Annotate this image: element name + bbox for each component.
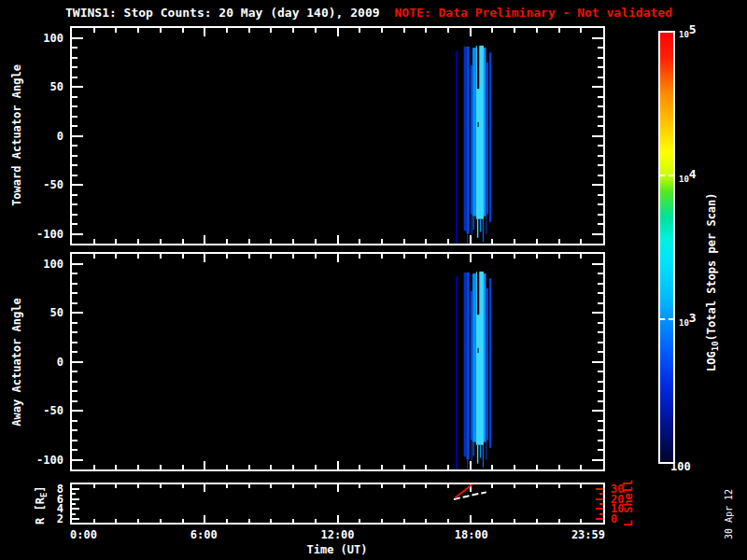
x-tick: [204, 461, 205, 469]
y-tick: [592, 233, 603, 235]
x-tick: [337, 235, 339, 244]
y-tick: [598, 292, 603, 294]
x-tick: [337, 28, 339, 36]
y-tick: [592, 361, 603, 363]
x-tick: [403, 254, 405, 259]
x-tick: [359, 254, 360, 259]
y-tick: [72, 37, 83, 39]
x-tick-label: 18:00: [444, 528, 500, 541]
y-tick: [598, 331, 603, 333]
y-tick: [72, 77, 78, 78]
x-tick: [204, 254, 205, 262]
x-tick: [315, 28, 317, 33]
y-tick: [72, 342, 78, 343]
x-tick: [137, 239, 139, 244]
y-tick: [598, 203, 603, 205]
y-tick: [72, 273, 78, 274]
data-stripe: [489, 52, 491, 222]
y-tick: [72, 203, 78, 205]
y-tick-label: 0: [19, 130, 63, 143]
y-tick-label: 100: [19, 32, 63, 45]
x-tick: [359, 239, 360, 244]
x-tick: [425, 28, 427, 33]
y-tick: [598, 322, 603, 324]
datestamp: 30 Apr 12: [723, 477, 736, 552]
x-tick: [470, 254, 472, 262]
x-tick: [558, 239, 560, 244]
data-stripe: [484, 273, 486, 442]
data-stripe: [456, 276, 458, 469]
x-axis-title: Time (UT): [244, 543, 430, 556]
y-tick-label: 0: [19, 356, 63, 369]
y-tick: [72, 125, 78, 127]
x-tick: [447, 465, 449, 469]
x-tick-label: 0:00: [70, 528, 126, 541]
x-tick: [270, 254, 272, 259]
x-tick: [470, 28, 472, 36]
x-tick: [514, 254, 515, 259]
colorbar-label: LOG10(Total Stops per Scan): [705, 128, 722, 436]
y-tick: [72, 47, 78, 49]
y-tick: [72, 331, 78, 333]
x-tick: [359, 465, 360, 469]
data-notch: [471, 49, 472, 65]
x-tick: [381, 465, 383, 469]
colorbar: [658, 31, 675, 464]
x-tick: [403, 239, 405, 244]
y-tick: [592, 184, 603, 186]
x-tick: [292, 239, 294, 244]
x-tick: [93, 28, 95, 33]
y-tick: [592, 37, 603, 39]
lshell-tick-label: 0: [611, 512, 639, 525]
x-tick: [292, 465, 294, 469]
data-stripe: [484, 48, 486, 217]
y-tick: [72, 283, 78, 285]
y-tick: [598, 351, 603, 353]
x-tick: [580, 254, 582, 259]
colorbar-tick-dash: [660, 318, 673, 320]
x-tick: [514, 239, 515, 244]
cbar-label-pre: LOG: [705, 351, 718, 371]
y-tick: [598, 125, 603, 127]
spectrogram-data: [72, 28, 603, 244]
x-tick: [425, 465, 427, 469]
y-tick: [598, 429, 603, 431]
y-tick-label: 50: [19, 80, 63, 93]
y-tick: [598, 155, 603, 157]
y-tick: [598, 116, 603, 118]
x-tick: [491, 254, 493, 259]
y-tick: [72, 322, 78, 324]
x-tick: [447, 28, 449, 33]
y-tick: [598, 175, 603, 176]
x-tick: [270, 239, 272, 244]
y-tick: [72, 105, 78, 107]
y-tick: [72, 459, 83, 461]
x-tick: [447, 254, 449, 259]
y-tick: [72, 302, 78, 304]
y-tick: [72, 164, 78, 166]
x-tick: [403, 28, 405, 33]
y-tick: [598, 381, 603, 383]
x-tick: [115, 28, 117, 33]
colorbar-tick-label: 103: [679, 312, 697, 329]
y-tick: [72, 390, 78, 392]
data-stripe: [472, 273, 476, 442]
x-tick: [536, 254, 538, 259]
spectrogram-panel-toward: [70, 26, 605, 245]
y-tick: [72, 292, 78, 294]
data-spike: [483, 219, 484, 242]
y-tick: [72, 184, 83, 186]
x-tick: [536, 465, 538, 469]
data-stripe: [464, 47, 467, 231]
data-stripe: [471, 49, 472, 214]
x-tick: [292, 28, 294, 33]
x-tick: [491, 465, 493, 469]
data-stripe: [486, 49, 488, 214]
x-tick: [470, 235, 472, 244]
x-tick: [226, 28, 228, 33]
data-spike: [480, 445, 481, 458]
x-tick: [558, 465, 560, 469]
y-tick: [598, 273, 603, 274]
cbar-tick-base: 10: [679, 318, 689, 328]
data-spike: [486, 441, 486, 460]
